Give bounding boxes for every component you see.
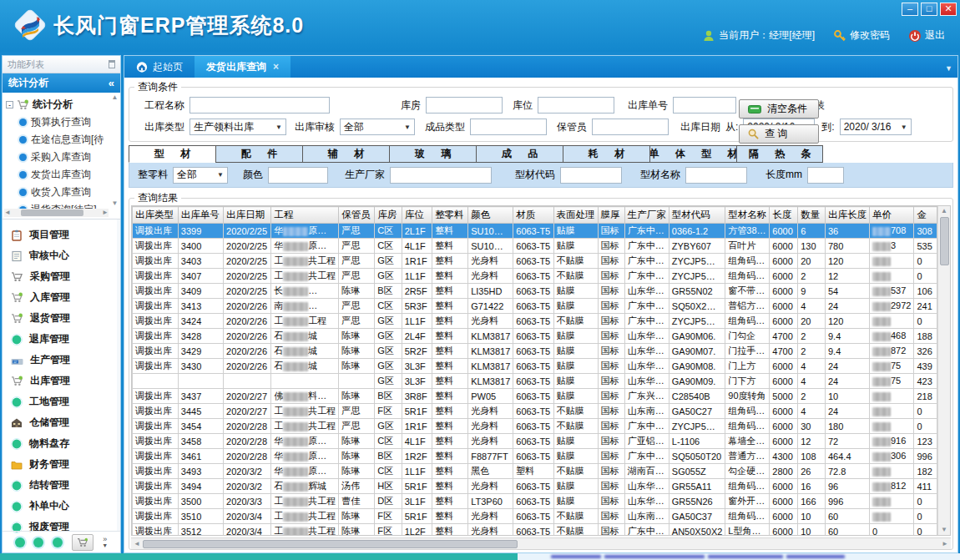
- column-header-生产厂家[interactable]: 生产厂家: [624, 207, 669, 224]
- column-header-保管员[interactable]: 保管员: [339, 207, 375, 224]
- table-row[interactable]: 调拨出库34542020/2/28工共工程严思G区1R1F整料光身料6063-T…: [133, 419, 937, 434]
- sidebar-item-结转管理[interactable]: 结转管理: [3, 475, 117, 496]
- column-header-金[interactable]: 金: [914, 207, 937, 224]
- sidebar-tree-item[interactable]: 采购入库查询: [6, 149, 119, 166]
- column-header-型材代码[interactable]: 型材代码: [669, 207, 725, 224]
- column-header-颜色[interactable]: 颜色: [468, 207, 513, 224]
- change-password-button[interactable]: 修改密码: [833, 28, 890, 43]
- sidebar-item-退库管理[interactable]: 退库管理: [3, 329, 117, 350]
- sidebar-item-出库管理[interactable]: 出库管理: [3, 371, 117, 391]
- slot-input[interactable]: [538, 97, 614, 114]
- scroll-left-icon[interactable]: ◄: [134, 541, 140, 547]
- column-header-库房[interactable]: 库房: [375, 207, 402, 224]
- module-dot-icon[interactable]: [33, 537, 43, 547]
- tree-hscroll-thumb[interactable]: [21, 209, 83, 216]
- tab-起始页[interactable]: 起始页: [124, 56, 195, 78]
- module-dot-icon[interactable]: [53, 537, 63, 547]
- column-header-膜厚[interactable]: 膜厚: [598, 207, 624, 224]
- sidebar-item-审核中心[interactable]: 审核中心: [3, 245, 117, 266]
- results-horizontal-scrollbar[interactable]: ◄ ►: [131, 537, 951, 549]
- minimize-button[interactable]: –: [902, 3, 918, 16]
- sidebar-item-入库管理[interactable]: 入库管理: [3, 287, 117, 308]
- out-type-select[interactable]: 生产领料出库▼: [189, 119, 286, 135]
- sidebar-overflow-button[interactable]: » ▼: [102, 536, 108, 549]
- color-input[interactable]: [268, 167, 328, 184]
- table-row[interactable]: 调拨出库33992020/2/25华原…严思C区2L1F整料SU10…6063-…: [133, 224, 937, 239]
- sidebar-item-物料盘存[interactable]: 物料盘存: [3, 433, 117, 454]
- sidebar-item-采购管理[interactable]: 采购管理: [3, 266, 117, 287]
- sidebar-tree-item[interactable]: 发货出库查询: [6, 166, 119, 184]
- column-header-出库类型[interactable]: 出库类型: [133, 207, 179, 224]
- tree-expander-icon[interactable]: -: [6, 101, 13, 108]
- clear-conditions-button[interactable]: 清空条件: [739, 99, 819, 119]
- scroll-right-icon[interactable]: ►: [102, 209, 109, 216]
- scroll-down-icon[interactable]: ▼: [112, 200, 119, 207]
- tree-root-item[interactable]: -统计分析: [6, 96, 119, 114]
- tree-vertical-scrollbar[interactable]: ▲ ▼: [110, 94, 119, 207]
- table-row[interactable]: 调拨出库34282020/2/26石城陈琳G区2L4F整料KLM38176063…: [133, 329, 937, 344]
- tabstrip-dropdown-icon[interactable]: ▼: [945, 64, 952, 73]
- scroll-up-icon[interactable]: ▲: [112, 94, 119, 101]
- table-row[interactable]: G区3L3F整料KLM38176063-T5贴膜国标山东华…GA90M09.门下…: [133, 374, 937, 389]
- sidebar-tree-item[interactable]: 预算执行查询: [6, 114, 119, 131]
- sidebar-item-补单中心[interactable]: 补单中心: [3, 496, 117, 517]
- column-header-数量[interactable]: 数量: [798, 207, 826, 224]
- collapse-icon[interactable]: «: [109, 77, 114, 89]
- product-type-input[interactable]: [470, 119, 547, 135]
- table-row[interactable]: 调拨出库34452020/2/27工共工程严思F区5R1F整料光身料6063-T…: [133, 404, 937, 419]
- sidebar-section-header[interactable]: 统计分析 «: [3, 73, 120, 93]
- column-header-库位[interactable]: 库位: [402, 207, 432, 224]
- maker-input[interactable]: [390, 167, 492, 184]
- table-row[interactable]: 调拨出库34072020/2/25工共工程严思G区1L1F整料光身料6063-T…: [133, 269, 937, 284]
- material-tab-耗材[interactable]: 耗 材: [563, 145, 649, 163]
- column-header-工程[interactable]: 工程: [271, 207, 339, 224]
- code-input[interactable]: [560, 167, 622, 184]
- material-tab-辅材[interactable]: 辅 材: [302, 145, 389, 163]
- part-select[interactable]: 全部▼: [173, 167, 228, 184]
- column-header-表面处理[interactable]: 表面处理: [553, 207, 598, 224]
- material-tab-单体型材[interactable]: 单 体 型 材: [649, 145, 736, 163]
- name-input[interactable]: [685, 167, 747, 184]
- sidebar-item-财务管理[interactable]: 财务管理: [3, 454, 117, 475]
- order-no-input[interactable]: [673, 97, 736, 114]
- material-tab-成品[interactable]: 成 品: [476, 145, 563, 163]
- material-tab-玻璃[interactable]: 玻 璃: [389, 145, 476, 163]
- scroll-right-icon[interactable]: ►: [942, 541, 948, 547]
- search-button[interactable]: 查 询: [739, 124, 819, 144]
- tree-horizontal-scrollbar[interactable]: ◄ ►: [4, 209, 109, 217]
- table-row[interactable]: 调拨出库34582020/2/28华原…陈琳C区4L1F整料光身料6063-T5…: [133, 434, 937, 449]
- table-row[interactable]: 调拨出库34612020/2/28华原…陈琳B区1R2F整料F8877FT606…: [133, 449, 937, 464]
- table-row[interactable]: 调拨出库34132020/2/26南…严思C区5R3F整料G714226063-…: [133, 299, 937, 314]
- length-input[interactable]: [807, 167, 844, 184]
- column-header-长度[interactable]: 长度: [770, 207, 798, 224]
- vscroll-thumb[interactable]: [940, 217, 949, 265]
- table-row[interactable]: 调拨出库34242020/2/26工工程严思G区1L1F整料光身料6063-T5…: [133, 314, 937, 329]
- cart-module-button[interactable]: [72, 534, 93, 551]
- date-to-picker[interactable]: 2020/ 3/16▼: [840, 119, 912, 135]
- column-header-材质[interactable]: 材质: [513, 207, 553, 224]
- table-row[interactable]: 调拨出库34942020/3/2石辉城汤伟H区5R1F整料光身料6063-T5贴…: [133, 479, 937, 494]
- scroll-up-icon[interactable]: ▲: [941, 208, 947, 214]
- hscroll-thumb[interactable]: [143, 540, 518, 548]
- sidebar-tree-item[interactable]: 在途信息查询[待: [6, 131, 119, 149]
- project-name-input[interactable]: [189, 97, 330, 114]
- sidebar-tree-item[interactable]: 退库管理[待定]: [6, 219, 119, 219]
- column-header-出库长度[interactable]: 出库长度: [826, 207, 870, 224]
- sidebar-item-工地管理[interactable]: 工地管理: [3, 391, 117, 412]
- table-row[interactable]: 调拨出库34372020/2/27佛料…陈琳B区3R8F整料PW056063-T…: [133, 389, 937, 404]
- table-row[interactable]: 调拨出库35002020/3/3工共工程曹佳D区3L1F整料LT3P606063…: [133, 494, 937, 509]
- maximize-button[interactable]: □: [921, 3, 937, 16]
- material-tab-型材[interactable]: 型 材: [129, 145, 215, 163]
- table-row[interactable]: 调拨出库35102020/3/4工共工程陈琳F区5R1F整料光身料6063-T5…: [133, 509, 937, 524]
- column-header-型材名称[interactable]: 型材名称: [725, 207, 770, 224]
- scroll-left-icon[interactable]: ◄: [4, 209, 11, 216]
- material-tab-配件[interactable]: 配 件: [215, 145, 302, 163]
- table-row[interactable]: 调拨出库34032020/2/25工共工程严思G区1R1F整料光身料6063-T…: [133, 254, 937, 269]
- table-row[interactable]: 调拨出库34292020/2/26石城陈琳G区5R2F整料KLM38176063…: [133, 344, 937, 359]
- audit-select[interactable]: 全部▼: [340, 119, 415, 135]
- sidebar-tree-item[interactable]: 收货入库查询: [6, 184, 119, 201]
- column-header-出库单号[interactable]: 出库单号: [178, 207, 223, 224]
- results-vertical-scrollbar[interactable]: ▲ ▼: [937, 206, 950, 535]
- column-header-单价[interactable]: 单价: [870, 207, 914, 224]
- sidebar-item-仓储管理[interactable]: 仓储管理: [3, 412, 117, 433]
